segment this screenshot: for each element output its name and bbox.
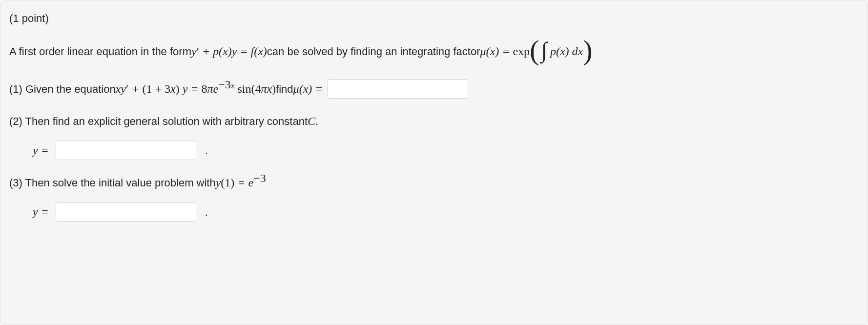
question-3-text: (3) Then solve the initial value problem… (9, 174, 859, 191)
left-paren-icon: ( (530, 36, 539, 64)
question-2-text: (2) Then find an explicit general soluti… (9, 112, 859, 130)
intro-equation: y′ + p(x)y = f(x) (191, 42, 267, 60)
q2-ylabel: y = (33, 142, 49, 159)
q2-dot: . (315, 113, 318, 129)
q3-ivp: y(1) = e−3 (216, 174, 266, 191)
q2-const: C (308, 112, 315, 130)
q3-period: . (205, 204, 208, 220)
q2-period: . (205, 142, 208, 159)
mu-definition: μ(x) = exp (480, 42, 530, 60)
intro-pre: A first order linear equation in the for… (9, 43, 191, 60)
question-3-answer-row: y = . (9, 202, 859, 222)
intro-mid: can be solved by finding an integrating … (267, 43, 480, 60)
mu-input[interactable] (328, 79, 468, 99)
q1-equation: xy′ + (1 + 3x) y = 8πe−3x sin(4πx) (116, 80, 276, 98)
q1-mu-label: μ(x) = (293, 80, 323, 98)
q3-ylabel: y = (33, 203, 49, 221)
question-1-row: (1) Given the equation xy′ + (1 + 3x) y … (9, 79, 859, 99)
integral-icon: ∫ (541, 39, 547, 61)
right-paren-icon: ) (583, 36, 592, 64)
points-row: (1 point) (9, 10, 859, 26)
q1-post: find (276, 81, 293, 97)
intro-row: A first order linear equation in the for… (9, 37, 859, 65)
q1-pre: (1) Given the equation (9, 81, 116, 97)
question-2-answer-row: y = . (9, 141, 859, 160)
integral-expression: ( ∫ p(x) dx ) (530, 37, 593, 65)
points-label: (1 point) (9, 10, 49, 26)
q2-text: (2) Then find an explicit general soluti… (9, 113, 308, 129)
y-ivp-input[interactable] (56, 202, 196, 222)
q3-text: (3) Then solve the initial value problem… (9, 175, 216, 191)
y-general-input[interactable] (56, 141, 196, 160)
problem-panel: (1 point) A first order linear equation … (0, 0, 868, 325)
